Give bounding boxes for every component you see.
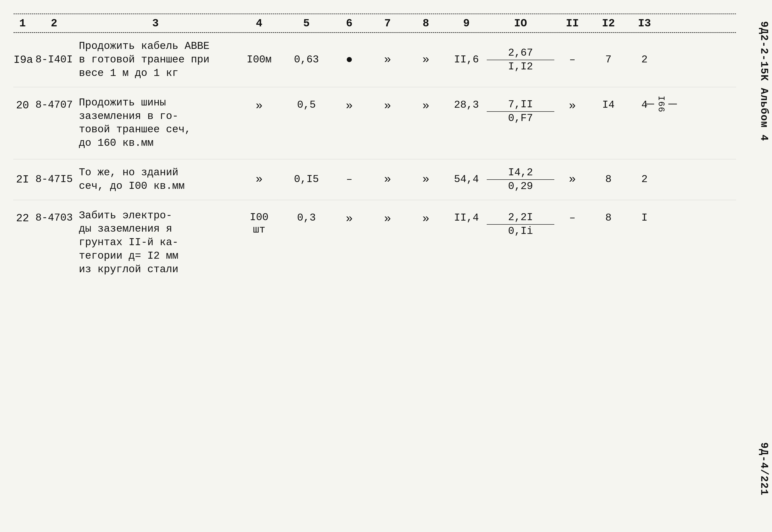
cell-row2-col9: 28,3 [446,96,487,112]
table-row: 2I 8-47I5 То же, но зданий сеч, до I00 к… [14,159,736,200]
cell-row1-col12: 7 [590,53,626,67]
cell-row1-col13: 2 [626,53,662,67]
header-col8: 8 [406,16,446,30]
fraction-den: I,I2 [508,60,533,73]
cell-row3-col12: 8 [590,173,626,186]
cell-row3-col11: » [554,172,590,187]
fraction-num: I4,2 [487,167,554,180]
cell-row2-col5: 0,5 [284,96,329,112]
cell-row2-col11: » [554,96,590,114]
cell-row3-col2: 8-47I5 [32,173,77,186]
side-label-top: 9Д2-2-15К Альбом 4 [758,14,770,149]
fraction-num: 2,2I [487,211,554,225]
cell-row1-col11: – [554,53,590,67]
cell-row1-col1: I9а [14,53,32,67]
cell-row3-col1: 2I [14,173,32,187]
cell-row4-col13: I [626,209,662,225]
header-col4: 4 [234,16,284,30]
table-row: I9а 8-I40I Продожить кабель АВВЕ в готов… [14,33,736,87]
fraction-den: 0,29 [508,180,533,193]
cell-row2-col7: » [370,96,406,114]
fraction-den: 0,F7 [508,112,533,125]
table-header: 1 2 3 4 5 6 7 8 9 IO II I2 I3 [14,14,736,33]
side-label-bottom: 9Д-4/221 [758,424,770,514]
cell-row1-col6: ● [329,52,370,68]
cell-row2-col13: 4 | I66 | [626,96,662,112]
cell-row2-col2: 8-4707 [32,96,77,112]
table-row: 22 8-4703 Забить электро- ды заземления … [14,200,736,285]
fraction-num: 7,II [487,98,554,112]
cell-row4-col1: 22 [14,209,32,225]
cell-row4-col7: » [370,209,406,227]
cell-row1-col10: 2,67 I,I2 [487,47,554,73]
cell-row4-col8: » [406,209,446,227]
cell-row3-col3: То же, но зданий сеч, до I00 кв.мм [77,166,234,193]
cell-row1-col5: 0,63 [284,53,329,67]
cell-row2-col6: » [329,96,370,114]
cell-row2-col3: Продожить шины заземления в го- товой тр… [77,96,234,150]
header-col3: 3 [77,16,234,30]
cell-row3-col9: 54,4 [446,173,487,186]
table-body: I9а 8-I40I Продожить кабель АВВЕ в готов… [14,33,736,285]
cell-row1-col2: 8-I40I [32,53,77,67]
cell-row3-col7: » [370,172,406,187]
cell-row4-col9: II,4 [446,209,487,225]
unit-bottom: шт [253,224,265,236]
unit-top: I00 [250,211,269,224]
header-col9: 9 [446,16,487,30]
fraction-den: 0,Ii [508,225,533,237]
cell-row4-col2: 8-4703 [32,209,77,225]
cell-row3-col13: 2 [626,173,662,186]
cell-row1-col4: I00м [234,53,284,67]
cell-row2-col12: I4 [590,96,626,112]
header-col12: I2 [590,16,626,30]
cell-row1-col9: II,6 [446,53,487,67]
header-col7: 7 [370,16,406,30]
cell-row2-col1: 20 [14,96,32,112]
cell-row3-col6: – [329,173,370,186]
cell-row1-col7: » [370,52,406,68]
header-col6: 6 [329,16,370,30]
cell-row3-col10: I4,2 0,29 [487,167,554,193]
cell-row4-col10: 2,2I 0,Ii [487,209,554,237]
cell-row4-col3: Забить электро- ды заземления я грунтах … [77,209,234,276]
cell-row2-col8: » [406,96,446,114]
fraction-num: 2,67 [487,47,554,60]
cell-row3-col4: » [234,172,284,187]
header-col13: I3 [626,16,662,30]
cell-row3-col5: 0,I5 [284,173,329,186]
header-col11: II [554,16,590,30]
header-col1: 1 [14,16,32,30]
cell-row1-col8: » [406,52,446,68]
cell-row3-col8: » [406,172,446,187]
cell-row2-col10: 7,II 0,F7 [487,96,554,125]
cell-row4-col5: 0,3 [284,209,329,225]
cell-row1-col3: Продожить кабель АВВЕ в готовой траншее … [77,40,234,80]
header-col10: IO [487,16,554,30]
cell-row4-col4: I00 шт [234,209,284,236]
cell-row4-col11: – [554,209,590,225]
header-col5: 5 [284,16,329,30]
page: 9Д2-2-15К Альбом 4 9Д-4/221 1 2 3 4 5 6 … [0,0,772,532]
header-col2: 2 [32,16,77,30]
cell-row4-col12: 8 [590,209,626,225]
cell-row4-col6: » [329,209,370,227]
table-row: 20 8-4707 Продожить шины заземления в го… [14,87,736,159]
cell-row2-col4: » [234,96,284,114]
